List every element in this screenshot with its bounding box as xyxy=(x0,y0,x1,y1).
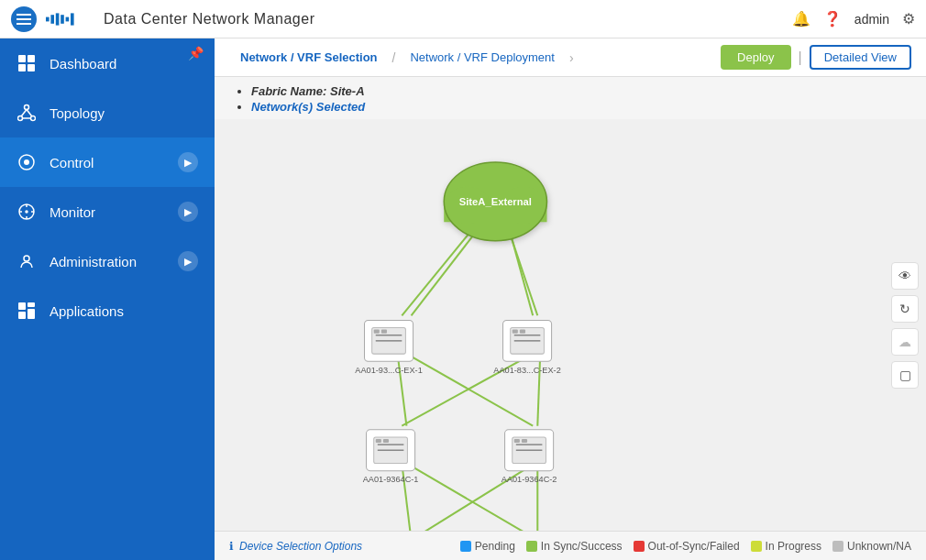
tab-network-vrf-selection[interactable]: Network / VRF Selection xyxy=(229,45,389,70)
network-selected-link[interactable]: Network(s) Selected xyxy=(251,100,365,114)
sidebar-item-label: Topology xyxy=(50,105,105,121)
control-icon xyxy=(17,152,37,172)
applications-icon xyxy=(17,301,37,321)
in-progress-dot xyxy=(751,541,762,552)
svg-rect-77 xyxy=(522,439,527,443)
svg-rect-6 xyxy=(61,15,64,24)
cloud-button[interactable]: ☁ xyxy=(891,328,919,356)
square-button[interactable]: ▢ xyxy=(891,361,919,389)
refresh-button[interactable]: ↻ xyxy=(891,295,919,323)
svg-rect-4 xyxy=(50,15,54,24)
sidebar-item-label: Administration xyxy=(50,254,137,269)
svg-rect-63 xyxy=(520,330,525,334)
right-toolbar: 👁 ↻ ☁ ▢ xyxy=(891,262,919,389)
control-chevron-icon: ▶ xyxy=(178,152,198,172)
ex2-node: AA01-83...C-EX-2 xyxy=(493,320,560,374)
help-icon[interactable]: ❓ xyxy=(823,10,842,27)
svg-rect-7 xyxy=(66,16,70,21)
svg-text:SiteA_External: SiteA_External xyxy=(459,196,532,207)
main-layout: 📌 Dashboard Topology Control ▶ xyxy=(0,38,926,560)
svg-rect-55 xyxy=(374,330,380,334)
app-header: Data Center Network Manager 🔔 ❓ admin ⚙ xyxy=(0,0,926,38)
tabs-bar: Network / VRF Selection / Network / VRF … xyxy=(215,38,926,77)
cloud-node: SiteA_External xyxy=(444,162,546,241)
svg-text:AA01-9364C-1: AA01-9364C-1 xyxy=(363,475,419,484)
svg-line-42 xyxy=(412,464,535,531)
sidebar-item-administration[interactable]: Administration ▶ xyxy=(0,236,215,286)
legend-out-of-sync: Out-of-Sync/Failed xyxy=(634,540,740,553)
svg-point-27 xyxy=(24,256,29,261)
legend-in-progress: In Progress xyxy=(751,540,821,553)
svg-rect-10 xyxy=(28,55,35,62)
svg-text:AA01-83...C-EX-2: AA01-83...C-EX-2 xyxy=(493,366,560,375)
tabs-divider: | xyxy=(799,49,802,66)
in-sync-dot xyxy=(526,541,537,552)
sidebar-item-monitor[interactable]: Monitor ▶ xyxy=(0,187,215,236)
detailed-view-button[interactable]: Detailed View xyxy=(810,45,911,70)
legend: Pending In Sync/Success Out-of-Sync/Fail… xyxy=(460,540,911,553)
status-bar: ℹ Device Selection Options Pending In Sy… xyxy=(215,531,926,560)
sidebar-item-label: Dashboard xyxy=(50,56,116,71)
sidebar-item-label: Control xyxy=(50,155,94,170)
app-logo xyxy=(46,11,94,27)
topology-svg: SiteA_External AA01-93...C-EX-1 xyxy=(215,119,926,531)
monitor-icon xyxy=(17,202,37,222)
svg-rect-8 xyxy=(71,13,74,25)
sidebar-item-label: Applications xyxy=(50,303,124,319)
svg-rect-62 xyxy=(513,330,518,334)
svg-line-16 xyxy=(22,110,28,116)
info-icon: ℹ xyxy=(229,540,234,553)
sidebar-item-topology[interactable]: Topology xyxy=(0,88,215,137)
bell-icon[interactable]: 🔔 xyxy=(792,10,810,27)
sidebar-item-control[interactable]: Control ▶ xyxy=(0,137,215,187)
9364c1-node: AA01-9364C-1 xyxy=(363,430,419,484)
svg-rect-56 xyxy=(381,330,387,334)
header-right: 🔔 ❓ admin ⚙ xyxy=(792,10,915,27)
svg-point-15 xyxy=(31,116,36,121)
pending-dot xyxy=(460,541,471,552)
legend-in-sync: In Sync/Success xyxy=(526,540,623,553)
svg-rect-29 xyxy=(28,302,35,307)
eye-button[interactable]: 👁 xyxy=(891,262,919,290)
svg-rect-5 xyxy=(56,13,60,25)
svg-line-17 xyxy=(27,110,32,116)
svg-rect-76 xyxy=(514,439,520,443)
settings-icon[interactable]: ⚙ xyxy=(902,10,915,27)
svg-line-40 xyxy=(402,464,411,531)
svg-rect-11 xyxy=(18,64,26,71)
sidebar: 📌 Dashboard Topology Control ▶ xyxy=(0,38,215,560)
topology-icon xyxy=(17,103,37,123)
tabs-actions: Deploy | Detailed View xyxy=(721,45,911,70)
svg-text:AA01-9364C-2: AA01-9364C-2 xyxy=(502,475,557,484)
svg-line-36 xyxy=(397,351,406,426)
svg-point-20 xyxy=(24,159,29,165)
legend-unknown: Unknown/NA xyxy=(832,540,911,553)
sidebar-item-applications[interactable]: Applications xyxy=(0,286,215,335)
svg-line-39 xyxy=(537,351,540,426)
tab-network-vrf-deployment[interactable]: Network / VRF Deployment xyxy=(399,45,566,70)
dashboard-icon xyxy=(17,53,37,73)
device-selection-link[interactable]: Device Selection Options xyxy=(239,540,362,553)
tab-separator: / xyxy=(392,50,396,65)
administration-chevron-icon: ▶ xyxy=(178,251,198,271)
sidebar-item-label: Monitor xyxy=(50,204,95,220)
svg-rect-3 xyxy=(46,16,50,21)
svg-text:AA01-93...C-EX-1: AA01-93...C-EX-1 xyxy=(355,366,422,375)
svg-rect-1 xyxy=(17,18,31,20)
content-area: Network / VRF Selection / Network / VRF … xyxy=(215,38,926,560)
menu-button[interactable] xyxy=(11,6,37,32)
unknown-dot xyxy=(832,541,843,552)
svg-rect-28 xyxy=(18,302,26,310)
app-title: Data Center Network Manager xyxy=(104,11,314,27)
sidebar-item-dashboard[interactable]: Dashboard xyxy=(0,38,215,88)
svg-rect-70 xyxy=(383,439,389,443)
topology-canvas: SiteA_External AA01-93...C-EX-1 xyxy=(215,119,926,531)
svg-point-14 xyxy=(18,116,23,121)
cisco-logo-icon xyxy=(46,11,79,27)
deploy-button[interactable]: Deploy xyxy=(721,45,790,70)
ex1-node: AA01-93...C-EX-1 xyxy=(355,320,422,374)
admin-label: admin xyxy=(854,12,889,27)
tab-arrow-icon: › xyxy=(569,50,574,65)
svg-rect-2 xyxy=(17,23,31,25)
svg-point-22 xyxy=(26,211,28,213)
